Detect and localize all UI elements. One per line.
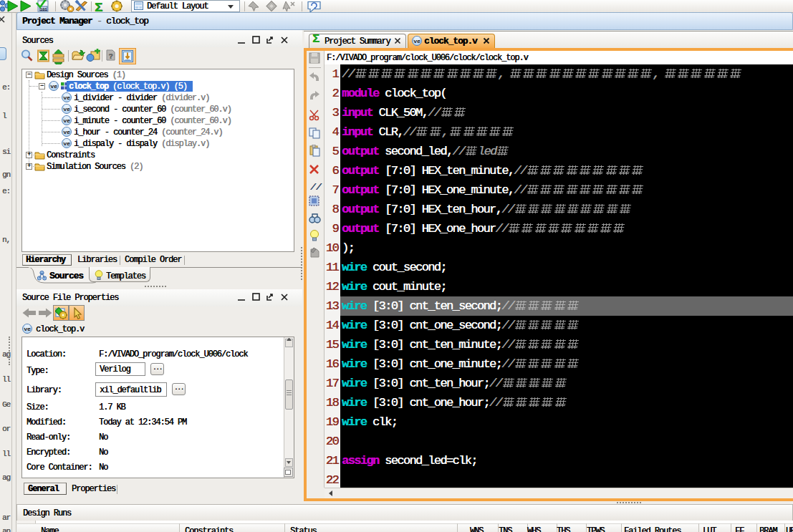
svg-text:?: ? bbox=[109, 53, 113, 61]
svg-text:ve: ve bbox=[24, 326, 31, 332]
svg-text:ve: ve bbox=[63, 129, 70, 135]
svg-text:ve: ve bbox=[63, 140, 70, 147]
svg-text:ve: ve bbox=[63, 106, 70, 112]
svg-text:Σ: Σ bbox=[95, 0, 102, 13]
svg-text://: // bbox=[310, 182, 322, 193]
svg-text:ve: ve bbox=[63, 95, 70, 101]
svg-text:ve: ve bbox=[63, 117, 70, 124]
svg-text:ve: ve bbox=[50, 83, 57, 90]
svg-text:ve: ve bbox=[413, 38, 420, 44]
